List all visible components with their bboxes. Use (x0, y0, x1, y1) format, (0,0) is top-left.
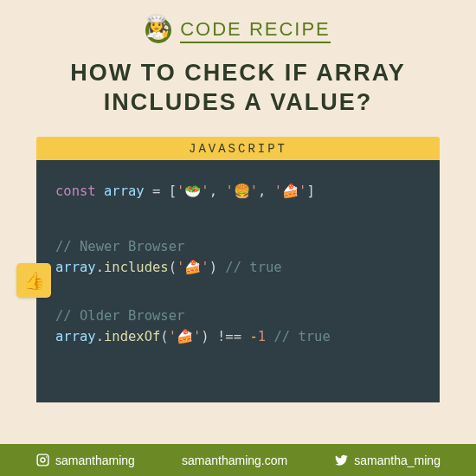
code-line-declare: const array = ['🥗', '🍔', '🍰'] (55, 181, 421, 202)
site-badge: CODE RECIPE (180, 18, 331, 43)
code-language-tab: JAVASCRIPT (36, 137, 440, 160)
code-line-includes: array.includes('🍰') // true (55, 257, 421, 278)
thumbs-up-badge: 👍 (16, 263, 51, 298)
twitter-handle: samantha_ming (354, 453, 441, 467)
header: CODE RECIPE (0, 0, 476, 48)
code-line-indexof: array.indexOf('🍰') !== -1 // true (55, 326, 421, 347)
code-window: JAVASCRIPT const array = ['🥗', '🍔', '🍰']… (36, 137, 440, 402)
instagram-icon (35, 453, 50, 467)
thumbs-up-icon: 👍 (23, 270, 45, 291)
website-text: samanthaming.com (182, 453, 287, 467)
website-link[interactable]: samanthaming.com (182, 453, 287, 467)
avatar-icon (145, 17, 171, 43)
code-body: const array = ['🥗', '🍔', '🍰'] // Newer B… (36, 160, 440, 402)
twitter-link[interactable]: samantha_ming (334, 453, 441, 467)
twitter-icon (334, 453, 349, 467)
instagram-link[interactable]: samanthaming (35, 453, 135, 467)
code-comment-newer: // Newer Browser (55, 236, 421, 257)
footer: samanthaming samanthaming.com samantha_m… (0, 444, 476, 476)
page-title: HOW TO CHECK IF ARRAY INCLUDES A VALUE? (0, 48, 476, 137)
code-comment-older: // Older Browser (55, 306, 421, 326)
instagram-handle: samanthaming (55, 453, 135, 467)
